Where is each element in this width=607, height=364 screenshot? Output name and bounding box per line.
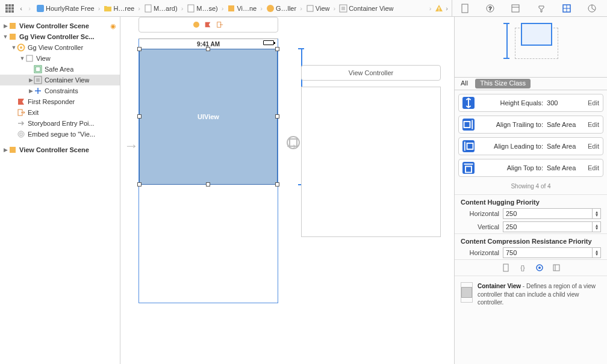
file-template-tab[interactable] [502,264,510,272]
viewcontroller-node[interactable]: ▼ Gg View Controller [0,42,120,53]
svg-rect-41 [20,133,22,135]
trailing-constraint-icon [462,119,475,131]
child-root-view[interactable] [301,87,441,237]
svg-point-53 [538,267,541,269]
size-class-tabs[interactable]: All This Size Class [455,77,607,90]
constraint-row[interactable]: Align Top to: Safe Area Edit [458,159,603,177]
svg-rect-11 [188,5,194,12]
scene-title-label: View Controller [349,69,393,76]
svg-rect-54 [553,265,559,271]
back-button[interactable]: ‹ [17,5,25,12]
next-issue-button[interactable]: › [446,5,448,12]
svg-rect-0 [5,4,8,7]
safearea-node[interactable]: Safe Area [0,64,120,75]
hugging-vertical-field[interactable]: 250▴▾ [503,221,601,232]
forward-button[interactable]: › [25,5,34,12]
tab-this-size-class[interactable]: This Size Class [475,79,531,88]
help-inspector-tab[interactable]: ? [485,4,495,13]
compression-section-title: Content Compression Resistance Priority [455,233,607,246]
breadcrumb-2[interactable]: M…ard) [142,4,180,13]
tab-all[interactable]: All [455,78,474,90]
stepper-icon[interactable]: ▴▾ [592,222,600,232]
compression-horizontal-field[interactable]: 750▴▾ [503,247,601,258]
media-library-tab[interactable] [552,264,561,272]
constraint-row[interactable]: Align Trailing to: Safe Area Edit [458,116,603,134]
entrypoint-node[interactable]: Storyboard Entry Poi... [0,118,120,129]
connections-inspector-tab[interactable] [587,4,597,13]
svg-rect-8 [11,10,14,13]
scene-header[interactable] [139,17,278,32]
identity-inspector-tab[interactable] [511,4,520,13]
exit-node[interactable]: Exit [0,107,120,118]
constraint-row[interactable]: Height Equals: 300 Edit [458,94,603,112]
svg-rect-12 [228,5,234,11]
container-view-selected[interactable]: UIView [139,49,278,185]
interface-builder-canvas[interactable]: → 9:41 AM UIView [120,17,454,364]
svg-rect-49 [465,167,472,173]
svg-rect-36 [36,67,40,72]
related-items-icon[interactable] [5,4,14,13]
stepper-icon[interactable]: ▴▾ [592,209,600,218]
scene-header[interactable]: View Controller [301,65,441,81]
view-node[interactable]: ▼ View [0,53,120,64]
edit-button[interactable]: Edit [588,143,599,150]
breadcrumb-7[interactable]: Container View [337,4,396,13]
constraints-list: Height Equals: 300 Edit Align Trailing t… [455,90,607,180]
breadcrumb-3[interactable]: M…se) [184,4,220,13]
code-snippet-tab[interactable]: {} [518,264,527,272]
containerview-node[interactable]: ▶ Container View [0,75,120,85]
autoresizing-preview[interactable] [455,17,607,77]
svg-line-29 [592,8,595,10]
scene-child-viewcontroller[interactable]: View Controller [301,65,441,237]
constraint-row[interactable]: Align Leading to: Safe Area Edit [458,137,603,155]
breadcrumb-4[interactable]: Vi…ne [225,4,259,13]
jump-bar: ‹ › HourlyRate Free › H…ree › M…ard) › M… [0,0,607,17]
svg-rect-30 [10,23,16,29]
svg-rect-50 [503,264,508,271]
scene-gg-viewcontroller[interactable]: 9:41 AM UIView [139,17,278,303]
edit-button[interactable]: Edit [588,99,599,106]
svg-rect-44 [464,122,470,128]
size-inspector-tab[interactable] [562,4,571,13]
svg-rect-1 [8,4,11,7]
scene-node[interactable]: ▶ View Controller Scene [0,144,120,155]
attributes-inspector-tab[interactable] [537,4,546,13]
stepper-icon[interactable]: ▴▾ [592,248,600,258]
breadcrumb-0[interactable]: HourlyRate Free [34,4,97,13]
viewcontroller-dot-icon [193,22,199,28]
storyboard-entry-arrow[interactable]: → [124,137,139,154]
breadcrumb-6[interactable]: View [304,4,332,13]
svg-rect-34 [26,55,33,61]
viewcontroller-icon [17,43,25,52]
scene-node[interactable]: ▼ Gg View Controller Sc... [0,31,120,42]
library-tabs: {} [455,259,607,276]
edit-button[interactable]: Edit [588,164,599,171]
svg-rect-38 [36,78,40,82]
firstresponder-icon [17,97,25,106]
svg-rect-2 [11,4,14,7]
svg-rect-17 [439,7,440,10]
view-icon [306,4,314,13]
svg-rect-14 [307,5,313,11]
breadcrumb-5[interactable]: G…ller [264,4,299,13]
svg-point-13 [267,5,274,12]
warning-icon[interactable] [435,4,443,13]
embed-segue-icon[interactable] [287,136,300,149]
size-inspector: All This Size Class Height Equals: 300 E… [454,17,607,364]
hugging-section-title: Content Hugging Priority [455,194,607,207]
segue-node[interactable]: Embed segue to "Vie... [0,129,120,140]
edit-button[interactable]: Edit [588,121,599,128]
exit-icon [17,108,25,117]
breadcrumb-1[interactable]: H…ree [101,4,137,13]
selection-label: UIView [198,113,219,120]
root-view[interactable]: 9:41 AM UIView [139,39,278,303]
constraints-node[interactable]: ▶ Constraints [0,85,120,96]
object-library-tab[interactable] [535,264,544,272]
document-outline[interactable]: ▶ View Controller Scene ◉ ▼ Gg View Cont… [0,17,120,364]
file-inspector-tab[interactable] [460,4,470,13]
firstresponder-node[interactable]: First Responder [0,96,120,107]
svg-text:?: ? [489,5,492,11]
storyboard-icon [187,4,195,13]
scene-node[interactable]: ▶ View Controller Scene ◉ [0,20,120,31]
hugging-horizontal-field[interactable]: 250▴▾ [503,208,601,219]
